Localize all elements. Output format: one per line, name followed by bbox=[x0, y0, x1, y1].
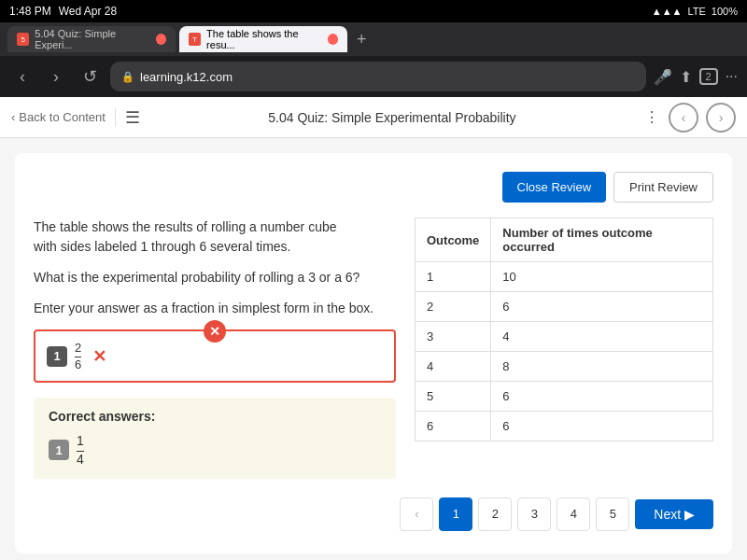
content-nav: ‹ Back to Content ☰ 5.04 Quiz: Simple Ex… bbox=[0, 97, 747, 138]
nav-arrows: ‹ › bbox=[669, 103, 736, 133]
count-cell: 8 bbox=[491, 352, 713, 382]
answer-number: 1 bbox=[47, 346, 67, 367]
prev-page-arrow[interactable]: ‹ bbox=[669, 103, 698, 133]
correct-answer-item: 1 1 4 bbox=[49, 433, 381, 468]
quiz-left: The table shows the results of rolling a… bbox=[34, 217, 396, 479]
user-numerator: 2 bbox=[75, 341, 81, 357]
tab-label-1: 5.04 Quiz: Simple Experi... bbox=[35, 28, 149, 50]
tab-table[interactable]: T The table shows the resu... × bbox=[179, 26, 347, 52]
table-row: 26 bbox=[416, 292, 713, 322]
count-cell: 6 bbox=[491, 382, 713, 412]
time: 1:48 PM bbox=[9, 5, 51, 18]
outcome-table: Outcome Number of times outcome occurred… bbox=[415, 217, 713, 441]
next-page-arrow[interactable]: › bbox=[706, 103, 736, 133]
quiz-container: Close Review Print Review The table show… bbox=[15, 153, 732, 553]
next-button[interactable]: Next ▶ bbox=[635, 499, 713, 529]
browser-chrome: 5 5.04 Quiz: Simple Experi... × T The ta… bbox=[0, 22, 747, 97]
lte-label: LTE bbox=[688, 6, 706, 17]
tab-close-1[interactable]: × bbox=[156, 34, 166, 45]
wrong-x-icon: ✕ bbox=[92, 346, 106, 367]
url-text: learning.k12.com bbox=[140, 70, 233, 84]
correct-fraction: 1 4 bbox=[77, 433, 84, 468]
question-text-3: Enter your answer as a fraction in simpl… bbox=[34, 299, 396, 318]
correct-number: 1 bbox=[49, 440, 69, 460]
review-buttons: Close Review Print Review bbox=[34, 172, 713, 203]
question-text-2: What is the experimental probability of … bbox=[34, 268, 396, 287]
correct-denominator: 4 bbox=[77, 452, 84, 468]
more-icon[interactable]: ··· bbox=[726, 68, 738, 85]
page-4-button[interactable]: 4 bbox=[557, 497, 590, 531]
table-header-count: Number of times outcome occurred bbox=[491, 218, 713, 262]
table-row: 56 bbox=[416, 382, 713, 412]
url-bar[interactable]: 🔒 learning.k12.com bbox=[110, 62, 646, 91]
page-5-button[interactable]: 5 bbox=[596, 497, 629, 531]
share-icon[interactable]: ⬆ bbox=[680, 68, 692, 86]
tab-bar: 5 5.04 Quiz: Simple Experi... × T The ta… bbox=[0, 22, 747, 56]
question-text-1: The table shows the results of rolling a… bbox=[34, 217, 396, 257]
table-row: 110 bbox=[416, 262, 713, 292]
back-label: Back to Content bbox=[19, 110, 106, 124]
signal-icon: ▲▲▲ bbox=[652, 6, 683, 17]
prev-page-button[interactable]: ‹ bbox=[400, 497, 433, 531]
user-denominator: 6 bbox=[75, 357, 81, 372]
page-1-button[interactable]: 1 bbox=[439, 497, 472, 531]
battery: 100% bbox=[712, 6, 738, 17]
page-2-button[interactable]: 2 bbox=[478, 497, 512, 531]
outcome-cell: 3 bbox=[416, 322, 491, 352]
reload-button[interactable]: ↺ bbox=[77, 63, 103, 90]
new-tab-button[interactable]: + bbox=[351, 30, 373, 49]
count-cell: 4 bbox=[491, 322, 713, 352]
wrong-indicator-icon: ✕ bbox=[204, 320, 226, 343]
address-bar: ‹ › ↺ 🔒 learning.k12.com 🎤 ⬆ 2 ··· bbox=[0, 56, 747, 97]
forward-button[interactable]: › bbox=[43, 63, 69, 90]
count-cell: 6 bbox=[491, 292, 713, 322]
tab-label-2: The table shows the resu... bbox=[206, 28, 322, 50]
table-row: 34 bbox=[416, 322, 713, 352]
close-review-button[interactable]: Close Review bbox=[502, 172, 606, 203]
nav-options-icon[interactable]: ⋮ bbox=[644, 108, 659, 126]
outcome-cell: 2 bbox=[416, 292, 491, 322]
count-cell: 6 bbox=[491, 412, 713, 441]
table-row: 48 bbox=[416, 352, 713, 382]
back-to-content[interactable]: ‹ Back to Content bbox=[11, 110, 106, 124]
page-3-button[interactable]: 3 bbox=[517, 497, 551, 531]
back-chevron-icon: ‹ bbox=[11, 110, 15, 124]
answer-area: ✕ 1 2 6 ✕ bbox=[34, 329, 396, 383]
tab-quiz[interactable]: 5 5.04 Quiz: Simple Experi... × bbox=[7, 26, 176, 52]
outcome-cell: 5 bbox=[416, 382, 491, 412]
count-cell: 10 bbox=[491, 262, 713, 292]
microphone-icon[interactable]: 🎤 bbox=[654, 68, 672, 86]
outcome-cell: 1 bbox=[416, 262, 491, 292]
outcome-cell: 6 bbox=[416, 412, 491, 441]
table-header-outcome: Outcome bbox=[416, 218, 491, 262]
main-content: Close Review Print Review The table show… bbox=[0, 138, 747, 560]
hamburger-menu[interactable]: ☰ bbox=[125, 107, 140, 128]
quiz-body: The table shows the results of rolling a… bbox=[34, 217, 713, 479]
tab-count[interactable]: 2 bbox=[699, 68, 718, 85]
pagination: ‹ 1 2 3 4 5 Next ▶ bbox=[34, 497, 713, 535]
correct-answer-box: Correct answers: 1 1 4 bbox=[34, 398, 396, 479]
table-row: 66 bbox=[416, 412, 713, 441]
correct-answers-label: Correct answers: bbox=[49, 409, 381, 424]
lock-icon: 🔒 bbox=[121, 71, 134, 83]
nav-divider bbox=[115, 108, 116, 127]
back-button[interactable]: ‹ bbox=[9, 63, 35, 90]
page-title: 5.04 Quiz: Simple Experimental Probabili… bbox=[149, 110, 635, 125]
print-review-button[interactable]: Print Review bbox=[613, 172, 713, 203]
quiz-right: Outcome Number of times outcome occurred… bbox=[415, 217, 713, 479]
date: Wed Apr 28 bbox=[59, 5, 117, 18]
user-fraction-answer: 2 6 bbox=[75, 341, 81, 371]
correct-numerator: 1 bbox=[77, 433, 84, 452]
status-bar: 1:48 PM Wed Apr 28 ▲▲▲ LTE 100% bbox=[0, 0, 747, 22]
tab-favicon-2: T bbox=[189, 33, 201, 46]
outcome-cell: 4 bbox=[416, 352, 491, 382]
tab-close-2[interactable]: × bbox=[328, 34, 338, 45]
tab-favicon-1: 5 bbox=[17, 33, 29, 46]
